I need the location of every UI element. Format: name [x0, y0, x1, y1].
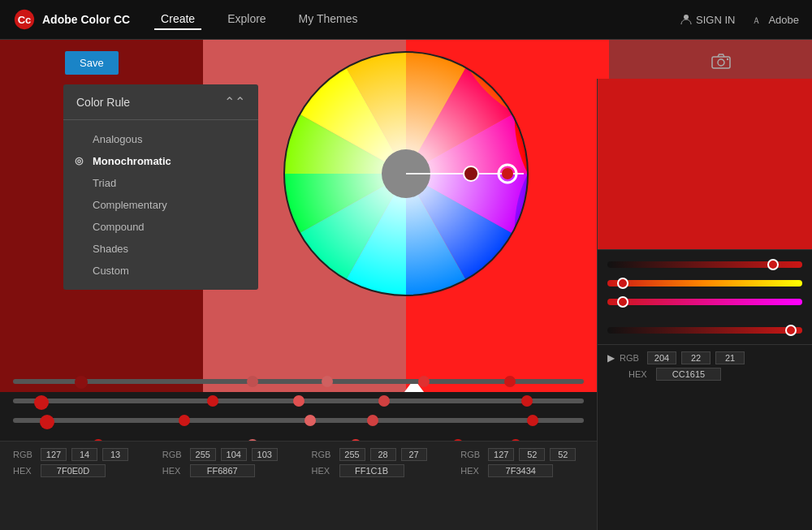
rgb-label-3: RGB [312, 450, 335, 459]
b-value-4[interactable] [550, 448, 576, 461]
color-rule-title: Color Rule [76, 96, 130, 109]
slider-thumb-2e[interactable] [521, 395, 533, 407]
user-icon [680, 14, 692, 25]
right-slider-row-3 [607, 294, 802, 310]
right-r-value[interactable] [647, 351, 676, 364]
right-b-value[interactable] [715, 351, 745, 364]
selected-swatch[interactable] [598, 79, 812, 249]
right-slider-row-1 [607, 256, 802, 273]
right-arrow-icon[interactable]: ▶ [607, 352, 615, 364]
rgb-row-3: RGB [312, 448, 435, 461]
g-value-4[interactable] [519, 448, 545, 461]
hex-label-4: HEX [460, 466, 483, 476]
slider-thumb-1a[interactable] [75, 376, 88, 389]
app-title: Adobe Color CC [42, 13, 130, 26]
g-value-1[interactable] [71, 448, 97, 461]
g-value-3[interactable] [370, 448, 396, 461]
hex-row-1: HEX [13, 464, 136, 477]
g-value-2[interactable] [221, 448, 247, 461]
hex-value-1[interactable] [41, 464, 106, 477]
slider-thumb-3c[interactable] [304, 415, 316, 426]
b-value-2[interactable] [252, 448, 278, 461]
rule-monochromatic[interactable]: Monochromatic [63, 150, 258, 172]
value-block-2: RGB HEX [149, 441, 299, 530]
hex-label-1: HEX [13, 466, 36, 476]
rule-analogous[interactable]: Analogous [63, 128, 258, 150]
collapse-icon[interactable]: ⌃⌃ [224, 94, 245, 110]
rule-custom[interactable]: Custom [63, 260, 258, 282]
hex-label-2: HEX [162, 466, 185, 476]
save-button[interactable]: Save [65, 51, 119, 75]
right-thumb-4[interactable] [785, 325, 797, 336]
hex-row-4: HEX [460, 464, 584, 477]
svg-point-9 [464, 166, 478, 181]
hex-row-2: HEX [162, 464, 286, 477]
right-sliders [598, 249, 812, 319]
sign-in-button[interactable]: SIGN IN [680, 14, 735, 26]
logo: Cc Adobe Color CC [13, 8, 130, 31]
nav-links: Create Explore My Themes [154, 9, 680, 30]
slider-thumb-3e[interactable] [527, 415, 538, 426]
rule-complementary[interactable]: Complementary [63, 194, 258, 216]
right-track-1 [607, 261, 802, 268]
hex-value-3[interactable] [339, 464, 404, 477]
right-thumb-1[interactable] [767, 259, 779, 270]
top-navigation: Cc Adobe Color CC Create Explore My Them… [0, 0, 812, 40]
adobe-brand-icon: Ａ [751, 13, 764, 26]
rgb-row-1: RGB [13, 448, 136, 461]
slider-thumb-1e[interactable] [504, 376, 516, 387]
right-track-4 [607, 327, 802, 334]
nav-create[interactable]: Create [154, 9, 201, 30]
color-rule-header: Color Rule ⌃⌃ [63, 84, 258, 120]
slider-thumb-1c[interactable] [322, 376, 333, 387]
slider-thumb-1b[interactable] [247, 376, 258, 387]
slider-track-1 [13, 379, 584, 384]
svg-point-13 [718, 59, 724, 66]
nav-my-themes[interactable]: My Themes [292, 9, 365, 30]
svg-point-11 [502, 168, 513, 179]
bottom-values: RGB HEX RGB HEX RGB [0, 441, 597, 530]
sliders-area [0, 368, 597, 441]
right-hex-value[interactable] [656, 368, 721, 381]
b-value-3[interactable] [401, 448, 427, 461]
rule-compound[interactable]: Compound [63, 216, 258, 238]
r-value-4[interactable] [488, 448, 514, 461]
slider-thumb-1d[interactable] [418, 376, 430, 387]
hex-value-2[interactable] [190, 464, 255, 477]
slider-thumb-2d[interactable] [378, 395, 390, 407]
svg-text:Cc: Cc [18, 14, 32, 26]
slider-thumb-3b[interactable] [179, 415, 190, 426]
slider-thumb-2a[interactable] [34, 395, 49, 410]
slider-thumb-3a[interactable] [40, 415, 54, 429]
adobe-logo-icon: Cc [13, 8, 36, 31]
slider-row-3 [13, 412, 584, 429]
color-wheel-container [280, 48, 532, 299]
hex-value-4[interactable] [488, 464, 553, 477]
slider-row-1 [13, 373, 584, 390]
camera-icon[interactable] [711, 53, 731, 73]
alpha-slider-area [598, 319, 812, 344]
rule-shades[interactable]: Shades [63, 238, 258, 260]
nav-explore[interactable]: Explore [221, 9, 272, 30]
slider-track-2 [13, 399, 584, 403]
color-rule-list: Analogous Monochromatic Triad Complement… [63, 120, 258, 290]
r-value-1[interactable] [41, 448, 67, 461]
rgb-row-2: RGB [162, 448, 286, 461]
slider-thumb-3d[interactable] [367, 415, 378, 426]
right-thumb-3[interactable] [617, 296, 628, 308]
rgb-label-1: RGB [13, 450, 36, 459]
adobe-link[interactable]: Ａ Adobe [751, 13, 799, 26]
slider-thumb-2b[interactable] [207, 395, 218, 407]
value-block-3: RGB HEX [299, 441, 448, 530]
right-track-3 [607, 299, 802, 305]
r-value-2[interactable] [190, 448, 216, 461]
right-thumb-2[interactable] [617, 278, 628, 289]
slider-thumb-2c[interactable] [293, 395, 304, 407]
right-g-value[interactable] [681, 351, 710, 364]
rule-triad[interactable]: Triad [63, 172, 258, 194]
color-wheel[interactable] [280, 48, 532, 299]
main-area: Save Color Rule ⌃⌃ Analogous Monochromat… [0, 40, 812, 530]
r-value-3[interactable] [339, 448, 365, 461]
right-hex-row: HEX [607, 368, 802, 381]
b-value-1[interactable] [102, 448, 128, 461]
